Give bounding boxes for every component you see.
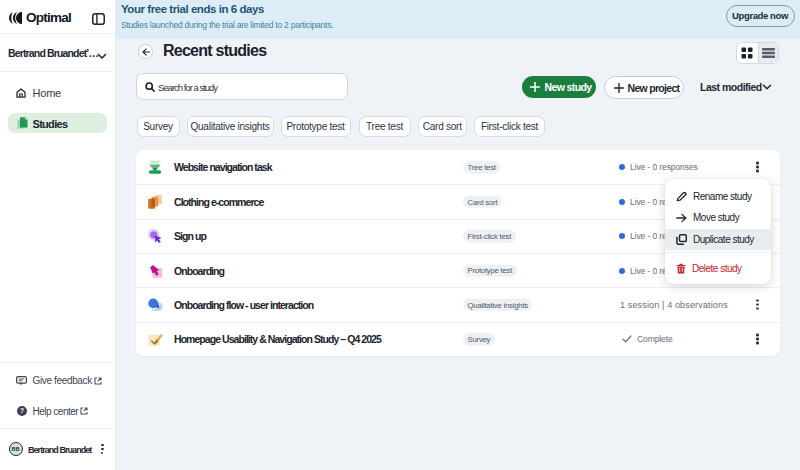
svg-text:?: ? [19,407,23,414]
